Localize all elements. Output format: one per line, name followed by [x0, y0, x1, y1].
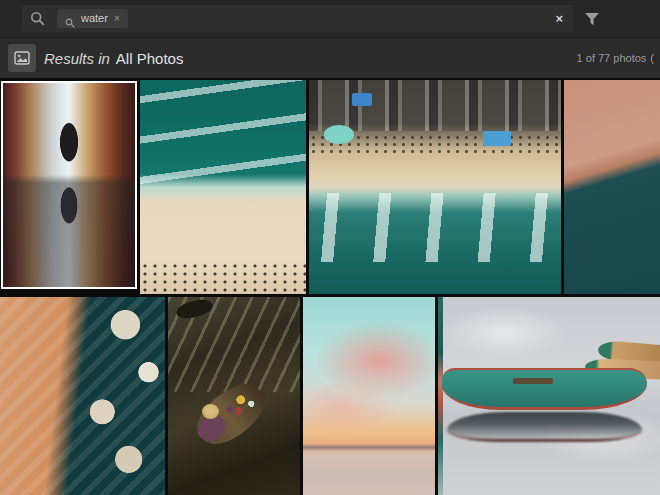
boat-seat-art: [513, 378, 553, 384]
results-title: Results in All Photos: [44, 38, 183, 78]
grid-view-icon[interactable]: [8, 44, 36, 72]
beach-crowd-art: [140, 262, 306, 294]
app-window: water × × Results in All Photos 1 of 77 …: [0, 0, 660, 495]
photo-thumbnail-6[interactable]: [168, 297, 300, 495]
photo-thumbnail-3[interactable]: [309, 80, 561, 294]
pool-art: [483, 131, 511, 146]
photo-thumbnail-1-selected[interactable]: [1, 81, 137, 289]
clear-search-icon[interactable]: ×: [553, 11, 565, 26]
search-input[interactable]: water × ×: [22, 5, 573, 32]
token-remove-icon[interactable]: ×: [114, 14, 120, 24]
boat-reflection-art: [447, 412, 642, 442]
filter-icon[interactable]: [583, 11, 601, 27]
results-scope: All Photos: [116, 50, 184, 67]
photo-count: 1 of 77 photos (: [577, 38, 654, 78]
teal-boat-hull-art: [442, 368, 646, 410]
search-bar: water × ×: [0, 0, 660, 38]
photo-grid: [0, 78, 660, 495]
photo-thumbnail-2[interactable]: [140, 80, 306, 294]
results-header: Results in All Photos 1 of 77 photos (: [0, 38, 660, 78]
edge-sliver-art: [438, 297, 443, 495]
photo-count-suffix: (: [650, 52, 654, 64]
wave-foam-art: [309, 193, 561, 261]
results-prefix: Results in: [44, 50, 110, 67]
photo-thumbnail-8[interactable]: [438, 297, 660, 495]
search-icon: [30, 11, 45, 26]
token-label: water: [81, 13, 108, 24]
resort-buildings-art: [309, 80, 561, 131]
photo-thumbnail-4[interactable]: [564, 80, 660, 294]
photo-thumbnail-7[interactable]: [303, 297, 435, 495]
pool-art: [352, 93, 372, 106]
wave-foam-art: [140, 80, 306, 191]
photo-thumbnail-5[interactable]: [0, 297, 165, 495]
search-token-water[interactable]: water ×: [57, 9, 128, 28]
token-search-icon: [65, 14, 75, 24]
photo-count-text: 1 of 77 photos: [577, 52, 647, 64]
